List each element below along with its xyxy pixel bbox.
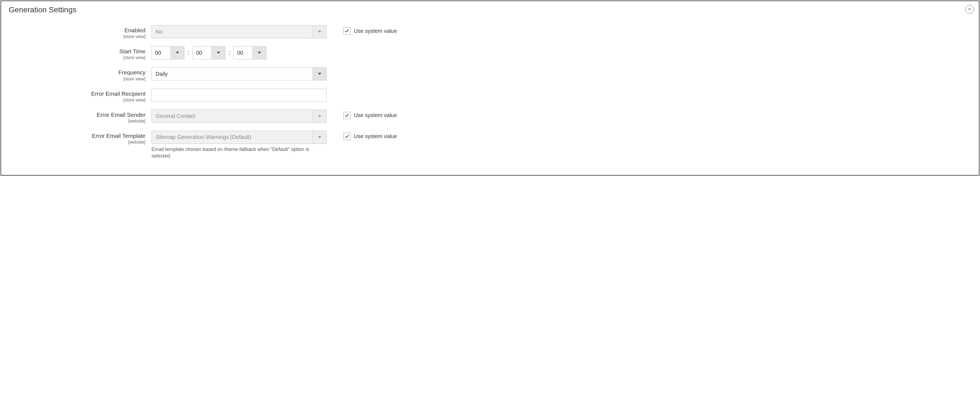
use-system-value-label: Use system value: [354, 112, 397, 118]
start-time-minute-select[interactable]: 00: [192, 46, 225, 59]
panel-title: Generation Settings: [9, 5, 971, 14]
frequency-value: Daily: [152, 68, 313, 80]
use-system-value-checkbox-template[interactable]: [344, 133, 350, 140]
chevron-down-icon: [313, 25, 326, 38]
enabled-select: No: [151, 25, 326, 38]
row-frequency: Frequency [store view] Daily: [80, 67, 408, 81]
error-template-select: Sitemap Generation Warnings (Default): [151, 131, 326, 144]
control-col: No: [151, 25, 326, 38]
error-recipient-label: Error Email Recipient: [80, 90, 145, 97]
error-sender-label: Error Email Sender: [80, 111, 145, 118]
row-error-recipient: Error Email Recipient [store view]: [80, 89, 408, 103]
error-sender-value: General Contact: [152, 110, 313, 122]
check-icon: [345, 113, 350, 118]
form-rows: Enabled [store view] No Use system value: [9, 25, 408, 159]
error-template-label: Error Email Template: [80, 132, 145, 139]
label-col: Start Time [store view]: [80, 46, 145, 60]
start-time-hour-select[interactable]: 00: [151, 46, 184, 59]
control-col: General Contact: [151, 110, 326, 123]
error-template-help: Email template chosen based on theme fal…: [151, 146, 326, 159]
scope-hint: [store view]: [80, 98, 145, 103]
time-separator: :: [187, 49, 190, 56]
use-system-value-label: Use system value: [354, 28, 397, 34]
control-col: Daily: [151, 67, 326, 80]
chevron-down-icon: [212, 46, 225, 59]
start-time-second-value: 00: [234, 46, 252, 59]
control-col: [151, 89, 326, 102]
chevron-up-icon: [968, 7, 972, 11]
start-time-hour-value: 00: [152, 46, 170, 59]
chevron-down-icon: [252, 46, 266, 59]
row-error-template: Error Email Template [website] Sitemap G…: [80, 131, 408, 159]
label-col: Error Email Sender [website]: [80, 110, 145, 124]
generation-settings-panel: Generation Settings Enabled [store view]…: [0, 0, 980, 176]
enabled-value: No: [152, 25, 313, 38]
chevron-down-icon: [313, 131, 326, 143]
label-col: Enabled [store view]: [80, 25, 145, 39]
sysval-col: Use system value: [344, 110, 397, 119]
sysval-col: Use system value: [344, 25, 397, 35]
check-icon: [345, 134, 350, 139]
scope-hint: [store view]: [80, 34, 145, 39]
scope-hint: [store view]: [80, 55, 145, 60]
enabled-label: Enabled: [80, 27, 145, 33]
scope-hint: [website]: [80, 119, 145, 124]
start-time-second-select[interactable]: 00: [234, 46, 266, 59]
collapse-button[interactable]: [965, 5, 974, 14]
sysval-col: Use system value: [344, 131, 397, 140]
check-icon: [345, 29, 350, 33]
scope-hint: [store view]: [80, 76, 145, 81]
use-system-value-checkbox-sender[interactable]: [344, 112, 350, 119]
start-time-minute-value: 00: [193, 46, 212, 59]
row-error-sender: Error Email Sender [website] General Con…: [80, 110, 408, 124]
time-group: 00 : 00 : 00: [151, 46, 326, 59]
row-enabled: Enabled [store view] No Use system value: [80, 25, 408, 39]
label-col: Error Email Template [website]: [80, 131, 145, 145]
chevron-down-icon: [170, 46, 184, 59]
error-sender-select: General Contact: [151, 110, 326, 123]
label-col: Error Email Recipient [store view]: [80, 89, 145, 103]
scope-hint: [website]: [80, 140, 145, 145]
control-col: 00 : 00 : 00: [151, 46, 326, 59]
start-time-label: Start Time: [80, 48, 145, 55]
label-col: Frequency [store view]: [80, 67, 145, 81]
chevron-down-icon: [313, 68, 326, 80]
control-col: Sitemap Generation Warnings (Default) Em…: [151, 131, 326, 159]
chevron-down-icon: [313, 110, 326, 122]
error-template-value: Sitemap Generation Warnings (Default): [152, 131, 313, 143]
frequency-label: Frequency: [80, 69, 145, 76]
row-start-time: Start Time [store view] 00 : 00 :: [80, 46, 408, 60]
error-recipient-input[interactable]: [151, 89, 326, 102]
frequency-select[interactable]: Daily: [151, 67, 326, 80]
use-system-value-label: Use system value: [354, 133, 397, 140]
use-system-value-checkbox-enabled[interactable]: [344, 27, 350, 35]
time-separator: :: [228, 49, 231, 56]
